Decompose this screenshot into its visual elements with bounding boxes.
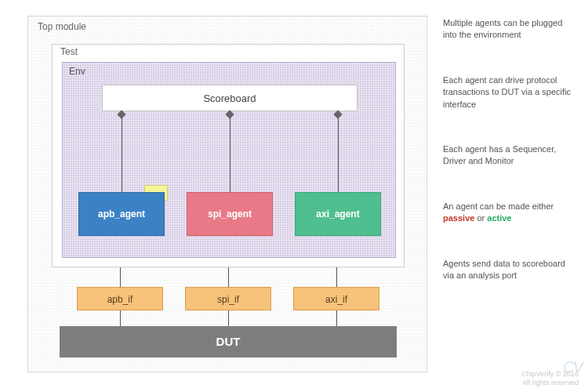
note-fragment: An agent can be made either bbox=[443, 201, 554, 211]
connector-line bbox=[336, 310, 337, 326]
apb-agent-box: apb_agent bbox=[78, 192, 165, 236]
note-text: Multiple agents can be plugged into the … bbox=[443, 17, 576, 42]
note-text: An agent can be made either passive or a… bbox=[443, 201, 576, 225]
spi-agent-box: spi_agent bbox=[187, 192, 273, 236]
note-text: Each agent has a Sequencer, Driver and M… bbox=[443, 143, 576, 168]
copyright-line: ChipVerify © 2016 bbox=[521, 370, 579, 379]
connector-line bbox=[228, 267, 229, 287]
apb-if-box: apb_if bbox=[77, 287, 163, 310]
env-box: Env Scoreboard apb_agent spi_agent axi_a… bbox=[62, 62, 396, 258]
axi-agent-box: axi_agent bbox=[295, 192, 381, 236]
connector-line bbox=[228, 310, 229, 326]
note-text: Each agent can drive protocol transactio… bbox=[443, 74, 576, 111]
test-label: Test bbox=[60, 46, 78, 57]
spi-if-box: spi_if bbox=[185, 287, 271, 310]
connector-line bbox=[122, 118, 122, 192]
connector-line bbox=[230, 118, 230, 192]
connector-line bbox=[338, 118, 339, 192]
dut-box: DUT bbox=[60, 326, 397, 358]
top-module-label: Top module bbox=[38, 21, 86, 32]
connector-line bbox=[120, 267, 121, 287]
passive-word: passive bbox=[443, 213, 474, 223]
note-fragment: or bbox=[474, 213, 487, 223]
notes-column: Multiple agents can be plugged into the … bbox=[443, 17, 576, 314]
connector-line bbox=[336, 267, 337, 287]
scoreboard-box: Scoreboard bbox=[102, 85, 358, 111]
footer: ChipVerify © 2016 All rights reserved bbox=[521, 370, 579, 387]
top-module-box: Top module Test Env Scoreboard apb_agent… bbox=[27, 16, 427, 372]
note-text: Agents send data to scoreboard via an an… bbox=[443, 258, 576, 282]
env-label: Env bbox=[69, 66, 85, 77]
test-box: Test Env Scoreboard apb_agent spi_agent … bbox=[52, 44, 405, 267]
active-word: active bbox=[487, 213, 511, 223]
axi-if-box: axi_if bbox=[293, 287, 379, 310]
rights-line: All rights reserved bbox=[521, 379, 579, 387]
connector-line bbox=[120, 310, 121, 326]
